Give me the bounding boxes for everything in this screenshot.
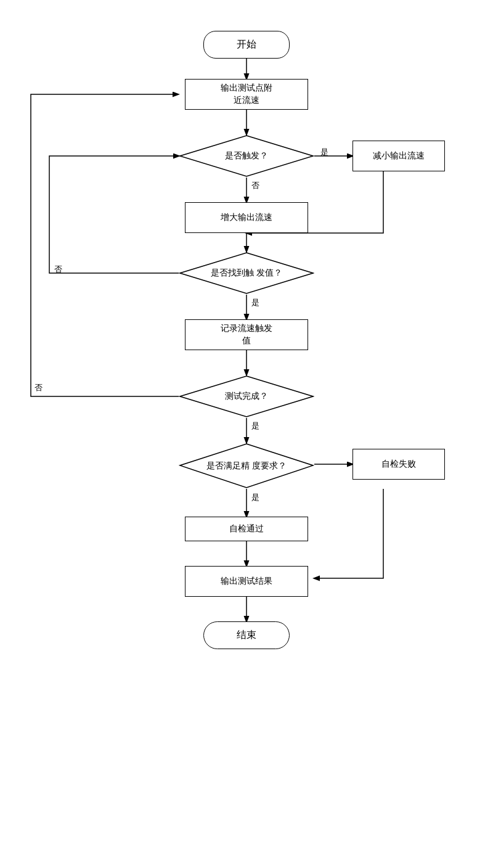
is-trigger-node: 是否触发？ — [179, 134, 314, 178]
reduce-flow-node: 减小输出流速 — [352, 141, 445, 171]
is-trigger-yes-label: 是 — [320, 147, 328, 158]
test-complete-no-label: 否 — [35, 382, 43, 393]
start-node: 开始 — [203, 31, 290, 59]
test-complete-yes-label: 是 — [251, 420, 259, 432]
self-check-pass-node: 自检通过 — [185, 517, 308, 541]
meet-accuracy-yes-label: 是 — [251, 492, 259, 503]
end-node: 结束 — [203, 621, 290, 649]
found-trigger-no-label: 否 — [54, 264, 62, 275]
test-complete-node: 测试完成？ — [179, 375, 314, 418]
self-check-fail-node: 自检失败 — [352, 449, 445, 480]
found-trigger-node: 是否找到触 发值？ — [179, 252, 314, 295]
increase-flow-node: 增大输出流速 — [185, 202, 308, 233]
meet-accuracy-node: 是否满足精 度要求？ — [179, 443, 314, 489]
is-trigger-no-label: 否 — [251, 180, 259, 191]
output-flow-node: 输出测试点附 近流速 — [185, 79, 308, 110]
record-trigger-node: 记录流速触发 值 — [185, 319, 308, 350]
found-trigger-yes-label: 是 — [251, 297, 259, 308]
flowchart: 开始 输出测试点附 近流速 是否触发？ 减小输出流速 增大输出流速 是否找到触 … — [0, 12, 493, 857]
output-result-node: 输出测试结果 — [185, 566, 308, 597]
